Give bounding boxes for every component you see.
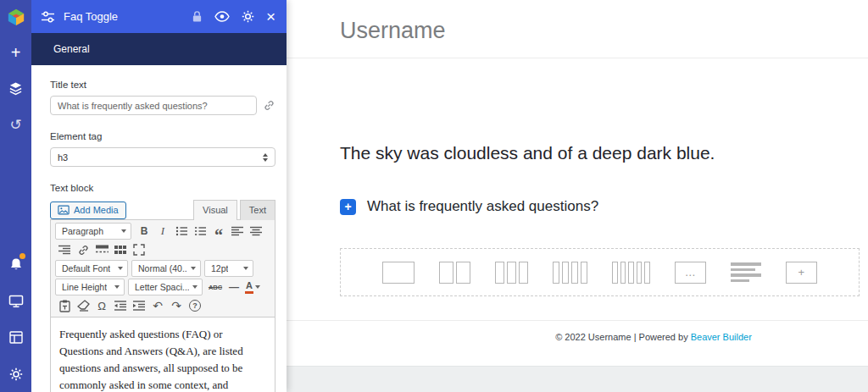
column-option-1[interactable]	[382, 262, 415, 284]
link-icon	[77, 244, 90, 257]
add-content-button[interactable]: +	[0, 34, 31, 70]
more-tag-button[interactable]	[92, 241, 111, 258]
column-option-3[interactable]	[495, 262, 528, 284]
faq-toggle-module[interactable]: + What is frequently asked questions?	[340, 198, 860, 215]
templates-button[interactable]	[0, 319, 31, 356]
page-content: The sky was cloudless and of a deep dark…	[287, 58, 868, 296]
element-tag-label: Element tag	[50, 131, 275, 141]
global-settings-button[interactable]	[0, 356, 31, 392]
module-settings-panel: Faq Toggle	[31, 0, 287, 392]
text-color-button[interactable]: A	[243, 279, 262, 295]
bullet-list-button[interactable]	[172, 223, 191, 240]
editor-content-area[interactable]: Frequently asked questions (FAQ) or Ques…	[50, 317, 275, 392]
rows-layout-button[interactable]	[731, 262, 761, 282]
more-layouts-button[interactable]: …	[675, 262, 706, 284]
special-character-button[interactable]: Ω	[92, 297, 111, 314]
page-header: Username	[287, 0, 868, 58]
undo-icon: ↺	[9, 118, 21, 132]
text-block-label: Text block	[50, 183, 275, 193]
toolbar-toggle-icon	[114, 246, 126, 255]
help-button[interactable]: ?	[186, 297, 204, 314]
field-connection-icon[interactable]	[257, 99, 275, 112]
layers-icon	[8, 81, 23, 96]
font-size-select[interactable]: 12pt	[204, 260, 253, 277]
horizontal-rule-button[interactable]: —	[225, 279, 243, 295]
notifications-button[interactable]	[0, 246, 31, 283]
outdent-icon	[114, 301, 126, 311]
title-text-label: Title text	[50, 80, 275, 90]
beaver-builder-logo[interactable]	[0, 0, 31, 34]
eye-icon	[214, 11, 230, 22]
bell-icon	[9, 257, 23, 272]
font-family-select[interactable]: Default Font	[55, 260, 128, 277]
decrease-indent-button[interactable]	[111, 297, 130, 314]
paste-as-text-button[interactable]	[55, 297, 74, 314]
row-insert-bar: … +	[340, 248, 860, 296]
plus-icon: +	[344, 200, 351, 213]
bullet-list-icon	[175, 225, 188, 237]
ellipsis-icon: …	[685, 266, 696, 279]
panel-title: Faq Toggle	[64, 10, 192, 23]
italic-button[interactable]: I	[153, 223, 172, 240]
align-center-button[interactable]	[247, 223, 265, 240]
column-option-2[interactable]	[439, 262, 470, 284]
letter-spacing-select[interactable]: Letter Spaci...	[128, 279, 203, 295]
monitor-icon	[8, 295, 24, 308]
faq-question-text: What is frequently asked questions?	[367, 198, 598, 215]
undo-button[interactable]: ↶	[148, 297, 167, 314]
paragraph-format-select[interactable]: Paragraph	[55, 223, 131, 240]
element-tag-value: h3	[58, 152, 68, 163]
insert-link-button[interactable]	[74, 241, 92, 258]
clipboard-icon	[59, 300, 70, 312]
more-tag-icon	[96, 245, 108, 255]
field-title-text: Title text	[50, 80, 275, 115]
add-row-button[interactable]: +	[786, 262, 817, 284]
responsive-preview-button[interactable]	[0, 283, 31, 319]
clear-formatting-button[interactable]	[74, 297, 92, 314]
element-tag-select[interactable]: h3	[50, 147, 275, 167]
beaver-builder-app: + ↺	[0, 0, 868, 392]
gear-icon	[242, 10, 254, 23]
align-left-button[interactable]	[228, 223, 247, 240]
strikethrough-button[interactable]: ABC	[206, 279, 225, 295]
bold-button[interactable]: B	[135, 223, 153, 240]
layers-button[interactable]	[0, 70, 31, 107]
field-element-tag: Element tag h3	[50, 131, 275, 167]
close-panel-button[interactable]: ×	[266, 8, 275, 25]
page-title: Username	[340, 18, 868, 44]
line-height-select[interactable]: Line Height	[55, 279, 125, 295]
fullscreen-button[interactable]	[130, 241, 148, 258]
beaver-builder-link[interactable]: Beaver Builder	[691, 332, 752, 342]
redo-button[interactable]: ↷	[167, 297, 186, 314]
lock-button[interactable]	[192, 10, 203, 23]
gear-icon	[9, 367, 23, 381]
builder-rail: + ↺	[0, 0, 31, 392]
font-weight-select[interactable]: Normal (40...	[131, 260, 201, 277]
numbered-list-icon	[194, 225, 207, 237]
undo-history-button[interactable]: ↺	[0, 107, 31, 143]
indent-icon	[133, 301, 145, 311]
faq-expand-button[interactable]: +	[340, 199, 356, 215]
sliders-icon	[41, 10, 55, 24]
tab-general[interactable]: General	[53, 43, 90, 55]
site-footer: © 2022 Username | Powered byBeaver Build…	[287, 320, 868, 352]
editor-toolbar: Paragraph B I	[50, 219, 275, 317]
increase-indent-button[interactable]	[130, 297, 148, 314]
numbered-list-button[interactable]	[191, 223, 209, 240]
editor-tab-visual[interactable]: Visual	[193, 200, 237, 220]
select-caret-icon	[263, 153, 268, 162]
title-text-input[interactable]	[50, 96, 257, 115]
editor-tab-text[interactable]: Text	[240, 200, 275, 220]
plus-icon: +	[11, 44, 21, 61]
text-editor-module[interactable]: The sky was cloudless and of a deep dark…	[340, 143, 860, 163]
media-icon	[58, 205, 70, 215]
column-option-5[interactable]	[612, 262, 650, 284]
panel-settings-button[interactable]	[242, 10, 254, 23]
blockquote-button[interactable]: “	[209, 223, 228, 240]
column-option-4[interactable]	[553, 262, 587, 284]
align-right-button[interactable]	[55, 241, 74, 258]
add-media-button[interactable]: Add Media	[50, 202, 126, 219]
preview-toggle-button[interactable]	[214, 11, 230, 22]
toolbar-toggle-button[interactable]	[111, 241, 130, 258]
panel-tabbar: General	[31, 33, 287, 65]
